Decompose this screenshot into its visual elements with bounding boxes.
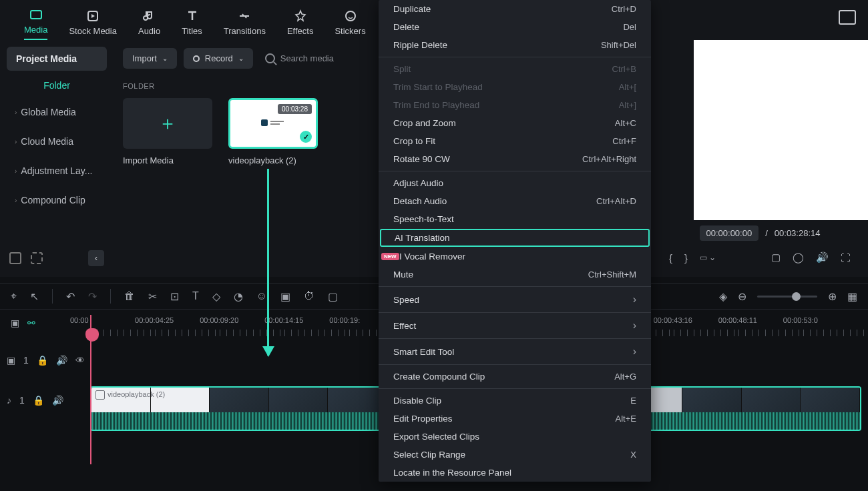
tab-stock-media[interactable]: Stock Media	[69, 9, 117, 40]
tab-transitions[interactable]: Transitions	[224, 9, 266, 40]
ctx-mute[interactable]: MuteCtrl+Shift+M	[379, 266, 651, 284]
ctx-ai-translation[interactable]: AI Translation	[380, 229, 650, 247]
sidebar-item-global-media[interactable]: ›Global Media	[7, 100, 107, 124]
speed-icon[interactable]: ◔	[234, 290, 243, 303]
ctx-locate-resource[interactable]: Locate in the Resource Panel	[379, 464, 651, 482]
ctx-label: Duplicate	[393, 4, 431, 14]
ctx-export-selected[interactable]: Export Selected Clips	[379, 428, 651, 446]
grid-view-icon[interactable]: ▦	[847, 290, 857, 303]
pointer-tool-icon[interactable]: ↖	[30, 290, 39, 303]
project-media-button[interactable]: Project Media	[7, 47, 107, 71]
crop-icon[interactable]: ⊡	[170, 290, 179, 303]
search-media[interactable]: Search media	[265, 53, 334, 63]
thumb-art	[260, 117, 286, 130]
visibility-icon[interactable]: 👁	[75, 355, 85, 366]
tab-stickers[interactable]: Stickers	[335, 9, 365, 40]
folder-link[interactable]: Folder	[7, 76, 107, 95]
mask-icon[interactable]: ▣	[280, 290, 290, 303]
mute-icon[interactable]: 🔊	[52, 395, 63, 406]
ctx-duplicate[interactable]: DuplicateCtrl+D	[379, 0, 651, 18]
ctx-disable-clip[interactable]: Disable ClipE	[379, 392, 651, 410]
tab-audio[interactable]: Audio	[138, 9, 160, 40]
playhead[interactable]	[90, 315, 91, 464]
select-tool-icon[interactable]: ⌖	[11, 290, 17, 302]
import-dropdown[interactable]: Import⌄	[123, 48, 177, 69]
ctx-speech-to-text[interactable]: Speech-to-Text	[379, 210, 651, 228]
ctx-create-compound[interactable]: Create Compound ClipAlt+G	[379, 368, 651, 386]
mark-in-icon[interactable]: {	[669, 252, 672, 264]
tab-titles[interactable]: Titles	[182, 9, 202, 40]
redo-icon[interactable]: ↷	[88, 290, 97, 303]
display-icon[interactable]: ▢	[771, 252, 781, 264]
ctx-shortcut: Ctrl+B	[612, 64, 636, 74]
tab-media[interactable]: Media	[24, 7, 47, 40]
performance-icon[interactable]	[839, 10, 856, 25]
text-icon[interactable]: T	[192, 290, 199, 302]
sidebar-item-label: Compound Clip	[21, 195, 85, 205]
tab-label: Stock Media	[69, 26, 117, 36]
ctx-crop-zoom[interactable]: Crop and ZoomAlt+C	[379, 114, 651, 132]
tab-label: Media	[24, 25, 47, 35]
snapshot-icon[interactable]: ◯	[793, 252, 804, 264]
lock-icon[interactable]: 🔒	[33, 395, 44, 406]
sidebar-item-label: Cloud Media	[21, 136, 73, 147]
timeline-options[interactable]: ▣⚯	[11, 318, 35, 328]
ctx-edit-properties[interactable]: Edit PropertiesAlt+E	[379, 410, 651, 428]
ctx-effect[interactable]: Effect	[379, 316, 651, 336]
ctx-adjust-audio[interactable]: Adjust Audio	[379, 174, 651, 192]
ctx-ripple-delete[interactable]: Ripple DeleteShift+Del	[379, 36, 651, 54]
collapse-sidebar-button[interactable]: ‹	[88, 250, 104, 266]
record-dropdown[interactable]: Record⌄	[184, 48, 253, 69]
zoom-out-icon[interactable]: ⊖	[738, 290, 746, 303]
search-icon	[265, 53, 275, 63]
ctx-label: Locate in the Resource Panel	[393, 468, 511, 478]
color-icon[interactable]: ☺	[256, 290, 267, 302]
new-folder-icon[interactable]	[9, 252, 21, 264]
import-media-tile[interactable]: ＋ Import Media	[123, 98, 212, 165]
zoom-in-icon[interactable]: ⊕	[828, 290, 837, 303]
fullscreen-icon[interactable]: ⛶	[841, 252, 851, 264]
mark-out-icon[interactable]: }	[684, 252, 688, 264]
split-icon[interactable]: ✂	[148, 290, 157, 303]
ctx-label: Effect	[393, 321, 416, 331]
import-label: Import	[132, 53, 157, 63]
ruler-mark: 00:00	[70, 316, 89, 324]
bin-icon[interactable]	[31, 252, 43, 264]
delete-icon[interactable]: 🗑	[124, 290, 135, 302]
timer-icon[interactable]: ⏱	[304, 290, 314, 302]
ctx-shortcut: Alt+[	[619, 82, 636, 92]
ctx-label: Trim End to Playhead	[393, 100, 479, 110]
volume-icon[interactable]: 🔊	[816, 252, 829, 264]
ctx-shortcut: Alt+C	[615, 118, 636, 128]
ctx-ai-vocal-remover[interactable]: NEWAI Vocal Remover	[379, 248, 651, 266]
ctx-select-range[interactable]: Select Clip RangeX	[379, 446, 651, 464]
ctx-detach-audio[interactable]: Detach AudioCtrl+Alt+D	[379, 192, 651, 210]
ctx-label: Detach Audio	[393, 196, 447, 206]
media-clip[interactable]: 00:03:28 ✓ videoplayback (2)	[228, 98, 318, 165]
audio-track-icon[interactable]: ♪	[7, 395, 11, 406]
more-icon[interactable]: ▢	[328, 290, 338, 303]
video-track-icon[interactable]: ▣	[7, 355, 15, 366]
ctx-rotate[interactable]: Rotate 90 CWCtrl+Alt+Right	[379, 150, 651, 168]
ctx-label: Select Clip Range	[393, 450, 465, 460]
tab-effects[interactable]: Effects	[287, 9, 314, 40]
keyframe-icon[interactable]: ◇	[212, 290, 220, 303]
sidebar-item-compound-clip[interactable]: ›Compound Clip	[7, 188, 107, 212]
ctx-smart-edit[interactable]: Smart Edit Tool	[379, 342, 651, 362]
preview-canvas[interactable]	[694, 40, 868, 220]
ratio-icon[interactable]: ▭ ⌄	[700, 253, 716, 262]
zoom-thumb[interactable]	[792, 292, 801, 301]
tab-label: Titles	[182, 26, 202, 36]
ctx-speed[interactable]: Speed	[379, 290, 651, 310]
new-badge: NEW	[381, 253, 399, 260]
sidebar-item-cloud-media[interactable]: ›Cloud Media	[7, 129, 107, 153]
undo-icon[interactable]: ↶	[66, 290, 75, 303]
mute-icon[interactable]: 🔊	[56, 355, 67, 366]
ctx-delete[interactable]: DeleteDel	[379, 18, 651, 36]
zoom-slider[interactable]	[757, 296, 817, 298]
lock-icon[interactable]: 🔒	[37, 355, 48, 366]
marker-icon[interactable]: ◈	[719, 290, 727, 303]
sidebar-item-adjustment-layer[interactable]: ›Adjustment Lay...	[7, 159, 107, 183]
preview-controls: { } ▭ ⌄ ▢ ◯ 🔊 ⛶	[652, 246, 868, 269]
ctx-crop-fit[interactable]: Crop to FitCtrl+F	[379, 132, 651, 150]
